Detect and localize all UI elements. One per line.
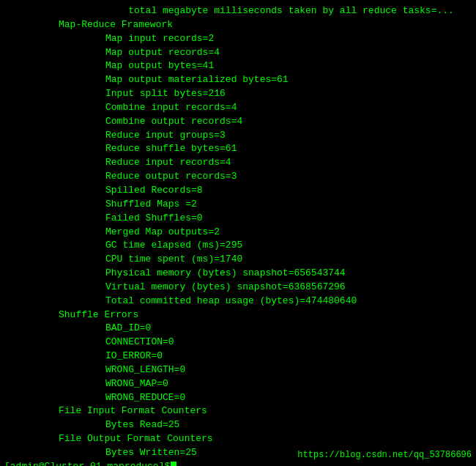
stat-combine-input-records: Combine input records=4 — [0, 101, 476, 115]
prompt-text: [admin@Cluster-01 mapreduce]$ — [4, 460, 170, 466]
stat-wrong-length: WRONG_LENGTH=0 — [0, 363, 476, 377]
stat-connection: CONNECTION=0 — [0, 336, 476, 350]
stat-map-output-materialized-bytes: Map output materialized bytes=61 — [0, 73, 476, 87]
stat-map-output-records: Map output records=4 — [0, 46, 476, 60]
stat-reduce-input-groups: Reduce input groups=3 — [0, 129, 476, 143]
stat-total-committed-heap: Total committed heap usage (bytes)=47448… — [0, 295, 476, 308]
stat-merged-map-outputs: Merged Map outputs=2 — [0, 226, 476, 240]
stat-bytes-read: Bytes Read=25 — [0, 418, 476, 432]
stat-reduce-shuffle-bytes: Reduce shuffle bytes=61 — [0, 142, 476, 156]
stat-map-output-bytes: Map output bytes=41 — [0, 59, 476, 73]
stat-spilled-records: Spilled Records=8 — [0, 184, 476, 198]
section-label-file-output: File Output Format Counters — [0, 432, 476, 446]
terminal-window: total megabyte milliseconds taken by all… — [0, 3, 476, 466]
stat-cpu-time-spent: CPU time spent (ms)=1740 — [0, 253, 476, 267]
stat-shuffled-maps: Shuffled Maps =2 — [0, 198, 476, 212]
section-label-shuffle-errors: Shuffle Errors — [0, 308, 476, 322]
stat-wrong-map: WRONG_MAP=0 — [0, 377, 476, 391]
stat-reduce-output-records: Reduce output records=3 — [0, 170, 476, 184]
stat-map-input-records: Map input records=2 — [0, 32, 476, 46]
section-label-file-input: File Input Format Counters — [0, 404, 476, 418]
stat-gc-time-elapsed: GC time elapsed (ms)=295 — [0, 239, 476, 253]
stat-failed-shuffles: Failed Shuffles=0 — [0, 212, 476, 226]
stat-input-split-bytes: Input split bytes=216 — [0, 87, 476, 101]
stat-combine-output-records: Combine output records=4 — [0, 115, 476, 129]
stat-physical-memory: Physical memory (bytes) snapshot=6565437… — [0, 267, 476, 281]
stat-io-error: IO_ERROR=0 — [0, 350, 476, 363]
cursor — [171, 462, 176, 466]
watermark: https://blog.csdn.net/qq_53786696 — [297, 449, 472, 462]
stat-reduce-input-records: Reduce input records=4 — [0, 156, 476, 170]
stat-virtual-memory: Virtual memory (bytes) snapshot=63685672… — [0, 281, 476, 295]
section-label-mapreduce: Map-Reduce Framework — [0, 18, 476, 32]
partial-line: total megabyte milliseconds taken by all… — [0, 4, 476, 18]
stat-bad-id: BAD_ID=0 — [0, 322, 476, 336]
stat-wrong-reduce: WRONG_REDUCE=0 — [0, 391, 476, 405]
